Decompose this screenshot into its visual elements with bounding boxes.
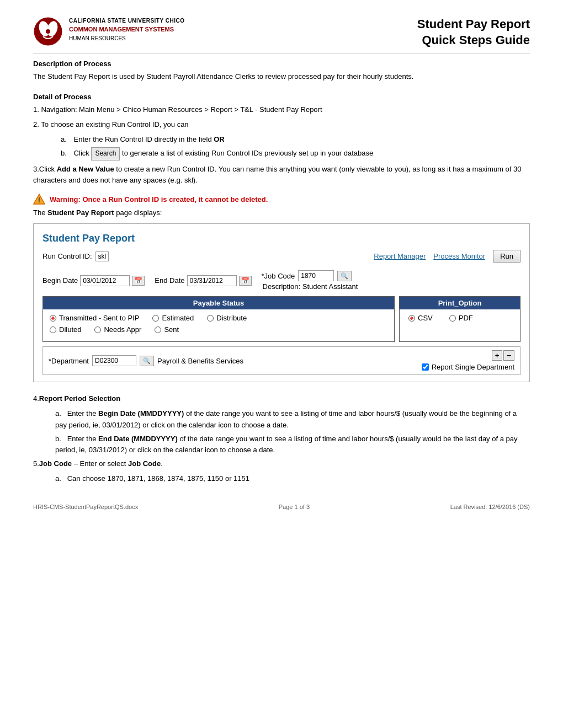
job-code-search-button[interactable]: 🔍: [337, 271, 352, 281]
run-control-label: Run Control ID:: [43, 252, 92, 260]
job-code-label: *Job Code: [262, 272, 295, 280]
radio-distribute-label: Distribute: [216, 314, 247, 322]
step-5-bold: Job Code: [39, 459, 72, 468]
radio-pdf-label: PDF: [459, 314, 473, 322]
job-code-input[interactable]: [298, 270, 334, 281]
begin-date-field: Begin Date 📅: [43, 275, 145, 286]
step-4-subs: a. Enter the Begin Date (MMDDYYYY) of th…: [55, 408, 530, 456]
radio-transmitted[interactable]: Transmitted - Sent to PIP: [50, 314, 139, 322]
radio-csv[interactable]: CSV: [408, 314, 433, 322]
step-2b: b. Click Search to generate a list of ex…: [61, 147, 530, 160]
desc-label: Description:: [263, 282, 301, 291]
dept-description: Payroll & Benefits Services: [157, 357, 243, 365]
dept-input[interactable]: [92, 355, 136, 366]
report-single-dept-label: Report Single Department: [432, 363, 514, 371]
run-control-left: Run Control ID: skl: [43, 251, 109, 261]
date-job-row: Begin Date 📅 End Date 📅 *Job Code 🔍: [43, 270, 520, 291]
dept-right: + − Report Single Department: [422, 350, 514, 371]
end-date-input[interactable]: [187, 275, 237, 286]
step-5-num: 5.: [33, 459, 39, 468]
radio-transmitted-dot: [50, 315, 56, 322]
print-option-header: Print_Option: [400, 297, 520, 309]
payable-status-table: Payable Status Transmitted - Sent to PIP…: [43, 296, 395, 342]
step-5-bold2: Job Code: [128, 459, 161, 468]
displays-text: The Student Pay Report page displays:: [33, 208, 530, 217]
job-code-row: *Job Code 🔍: [262, 270, 358, 281]
description-section: Description of Process The Student Pay R…: [33, 60, 530, 83]
steps-list: 1. Navigation: Main Menu > Chico Human R…: [33, 104, 530, 131]
report-manager-link[interactable]: Report Manager: [374, 252, 426, 260]
step-2: 2. To choose an existing Run Control ID,…: [33, 119, 530, 131]
radio-row-1: Transmitted - Sent to PIP Estimated Dist…: [50, 314, 387, 322]
remove-row-button[interactable]: −: [503, 350, 514, 361]
step-2a: a. Enter the Run Control ID directly in …: [61, 134, 530, 146]
payable-status-body: Transmitted - Sent to PIP Estimated Dist…: [43, 309, 394, 341]
document-title: Student Pay Report Quick Steps Guide: [417, 17, 530, 48]
step-5-subs: a. Can choose 1870, 1871, 1868, 1874, 18…: [55, 473, 530, 485]
radio-sent-dot: [155, 326, 161, 333]
radio-csv-dot: [408, 315, 415, 322]
radio-pdf-dot: [449, 315, 456, 322]
desc-value: Student Assistant: [302, 282, 358, 291]
dept-label: *Department: [49, 357, 89, 365]
step-2a-or: OR: [214, 135, 225, 143]
radio-needs-appr-label: Needs Appr: [104, 325, 141, 334]
job-code-description-row: Description: Student Assistant: [262, 282, 358, 291]
svg-text:!: !: [38, 196, 40, 204]
radio-sent[interactable]: Sent: [155, 325, 179, 334]
step-5: 5.Job Code – Enter or select Job Code.: [33, 458, 530, 470]
warning-text: Warning: Once a Run Control ID is create…: [50, 195, 268, 204]
radio-pdf[interactable]: PDF: [449, 314, 473, 322]
step-2-text: To choose an existing Run Control ID, yo…: [41, 120, 188, 129]
step-1-text: Navigation: Main Menu > Chico Human Reso…: [41, 105, 322, 114]
description-body: The Student Pay Report is used by Studen…: [33, 71, 530, 83]
step-4: 4.Report Period Selection: [33, 393, 530, 405]
radio-diluted-label: Diluted: [59, 325, 81, 334]
begin-date-input[interactable]: [80, 275, 130, 286]
run-button[interactable]: Run: [493, 250, 520, 263]
radio-diluted-dot: [50, 326, 56, 333]
svg-point-3: [46, 29, 50, 34]
cms-name: COMMON MANAGEMENT SYSTEMS: [69, 25, 184, 34]
add-row-button[interactable]: +: [492, 350, 503, 361]
logo-text-block: CALIFORNIA STATE UNIVERSITY CHICO COMMON…: [69, 17, 184, 42]
end-date-field: End Date 📅: [155, 275, 251, 286]
radio-estimated[interactable]: Estimated: [152, 314, 194, 322]
payable-status-header: Payable Status: [43, 297, 394, 309]
document-title-area: Student Pay Report Quick Steps Guide: [417, 17, 530, 48]
step-3: 3.Click Add a New Value to create a new …: [33, 164, 530, 187]
dept-search-button[interactable]: 🔍: [140, 356, 154, 366]
footer-filename: HRIS-CMS-StudentPayReportQS.docx: [33, 504, 138, 510]
process-monitor-link[interactable]: Process Monitor: [433, 252, 485, 260]
end-date-calendar-icon[interactable]: 📅: [239, 276, 252, 286]
step-4-num: 4.: [33, 394, 39, 403]
university-name: CALIFORNIA STATE UNIVERSITY CHICO: [69, 17, 184, 25]
begin-date-calendar-icon[interactable]: 📅: [132, 276, 145, 286]
report-single-dept-checkbox[interactable]: [422, 363, 429, 371]
step-5a: a. Can choose 1870, 1871, 1868, 1874, 18…: [55, 473, 530, 485]
header: CALIFORNIA STATE UNIVERSITY CHICO COMMON…: [33, 17, 530, 48]
run-control-links: Report Manager Process Monitor Run: [374, 250, 520, 263]
lower-steps: 4.Report Period Selection a. Enter the B…: [33, 393, 530, 485]
step-4b-bold: End Date (MMDDYYYY): [98, 435, 178, 443]
step-3-bold: Add a New Value: [57, 165, 114, 173]
report-panel-title: Student Pay Report: [43, 233, 520, 244]
page: CALIFORNIA STATE UNIVERSITY CHICO COMMON…: [0, 0, 563, 728]
step-4a-bold: Begin Date (MMDDYYYY): [98, 409, 184, 417]
step-2-num: 2.: [33, 120, 39, 129]
radio-diluted[interactable]: Diluted: [50, 325, 81, 334]
radio-estimated-label: Estimated: [162, 314, 194, 322]
footer-page-info: Page 1 of 3: [279, 504, 310, 510]
warning-box: ! Warning: Once a Run Control ID is crea…: [33, 193, 530, 205]
step-4b: b. Enter the End Date (MMDDYYYY) of the …: [55, 433, 530, 457]
search-button-example[interactable]: Search: [91, 147, 120, 160]
radio-needs-appr-dot: [94, 326, 101, 333]
hr-name: HUMAN RESOURCES: [69, 34, 184, 42]
logo-area: CALIFORNIA STATE UNIVERSITY CHICO COMMON…: [33, 17, 184, 47]
radio-needs-appr[interactable]: Needs Appr: [94, 325, 141, 334]
radio-distribute-dot: [207, 315, 214, 322]
radio-estimated-dot: [152, 315, 159, 322]
radio-distribute[interactable]: Distribute: [207, 314, 247, 322]
begin-date-label: Begin Date: [43, 276, 78, 285]
plus-minus-controls: + −: [492, 350, 514, 361]
